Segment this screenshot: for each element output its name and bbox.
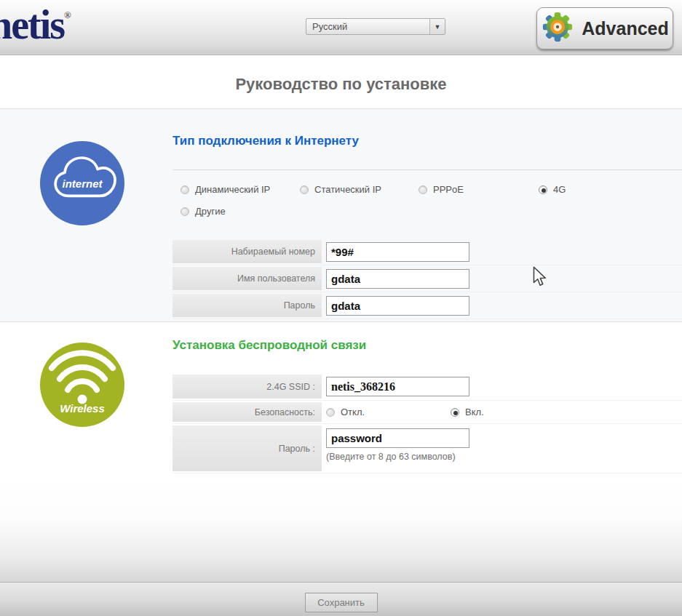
radio-circle-icon[interactable] [181, 207, 189, 216]
language-selected-value: Русский [306, 21, 429, 32]
setup-wizard-page: netis® Русский ▼ [0, 0, 682, 616]
advanced-button[interactable]: Advanced [536, 7, 673, 49]
internet-section-heading: Тип подключения к Интернету [173, 134, 359, 148]
wan-password-input[interactable] [326, 296, 469, 316]
radio-dynamic-ip[interactable]: Динамический IP [181, 184, 270, 195]
radio-label: Другие [195, 206, 226, 217]
radio-circle-icon[interactable] [326, 408, 335, 417]
radio-other[interactable]: Другие [181, 206, 226, 217]
radio-circle-icon-selected[interactable] [451, 408, 459, 417]
security-radio-group: Откл. Вкл. [326, 407, 484, 417]
radio-security-on[interactable]: Вкл. [451, 407, 484, 417]
wireless-form-table: 2.4G SSID : Безопасность: Откл. Вкл. [173, 373, 682, 473]
form-row-ssid: 2.4G SSID : [173, 373, 682, 401]
field-label: 2.4G SSID : [173, 375, 322, 399]
wireless-section-heading: Установка беспроводной связи [173, 338, 366, 353]
password-hint: (Введите от 8 до 63 символов) [326, 452, 469, 462]
radio-4g[interactable]: 4G [539, 184, 566, 195]
field-label: Безопасность: [173, 402, 322, 422]
netis-logo: netis® [0, 1, 71, 48]
field-label: Имя пользователя [173, 267, 322, 290]
radio-circle-icon[interactable] [181, 185, 189, 194]
radio-label: PPPoE [433, 184, 464, 195]
radio-label: Динамический IP [195, 184, 270, 195]
ssid-input[interactable] [326, 377, 469, 396]
page-title: Руководство по установке [0, 55, 682, 94]
username-input[interactable] [326, 269, 469, 289]
radio-label: Статический IP [314, 184, 381, 195]
wifi-password-input[interactable] [326, 428, 469, 448]
content-spacer [0, 481, 682, 582]
radio-circle-icon[interactable] [419, 185, 427, 194]
registered-mark: ® [64, 9, 71, 20]
internet-icon-label: internet [40, 177, 124, 190]
internet-cloud-icon: internet [40, 141, 124, 225]
heading-divider [173, 169, 682, 170]
netis-logo-text: netis [0, 2, 64, 47]
advanced-button-label: Advanced [582, 18, 668, 39]
chevron-down-icon: ▼ [435, 23, 441, 31]
form-row-username: Имя пользователя [173, 265, 682, 292]
radio-circle-icon-selected[interactable] [539, 185, 547, 194]
radio-static-ip[interactable]: Статический IP [300, 184, 381, 195]
dropdown-arrow-button[interactable]: ▼ [429, 19, 445, 34]
internet-section: internet Тип подключения к Интернету Дин… [0, 109, 682, 322]
form-row-password: Пароль [173, 292, 682, 319]
field-label: Набираемый номер [173, 240, 322, 263]
internet-form-table: Набираемый номер Имя пользователя Пароль [173, 239, 682, 319]
header: netis® Русский ▼ [0, 0, 682, 55]
language-dropdown[interactable]: Русский ▼ [306, 18, 445, 35]
radio-pppoe[interactable]: PPPoE [419, 184, 464, 195]
wifi-password-wrap: (Введите от 8 до 63 символов) [326, 424, 469, 462]
form-row-dial-number: Набираемый номер [173, 239, 682, 265]
field-label: Пароль [173, 294, 322, 317]
form-row-security: Безопасность: Откл. Вкл. [173, 401, 682, 424]
form-row-wifi-password: Пароль : (Введите от 8 до 63 символов) [173, 424, 682, 473]
footer-bar: Сохранить [0, 582, 682, 616]
field-label: Пароль : [173, 425, 322, 471]
radio-label: Вкл. [465, 407, 484, 417]
wireless-section: Wireless Установка беспроводной связи 2.… [0, 322, 682, 481]
radio-label: 4G [553, 184, 566, 195]
title-band: Руководство по установке [0, 55, 682, 109]
radio-label: Откл. [341, 407, 365, 417]
dial-number-input[interactable] [326, 242, 469, 262]
wireless-wifi-icon: Wireless [40, 343, 124, 427]
gear-icon [541, 10, 574, 47]
radio-security-off[interactable]: Откл. [326, 407, 365, 417]
wireless-icon-label: Wireless [40, 402, 124, 415]
radio-circle-icon[interactable] [300, 185, 309, 194]
save-button[interactable]: Сохранить [305, 593, 378, 612]
